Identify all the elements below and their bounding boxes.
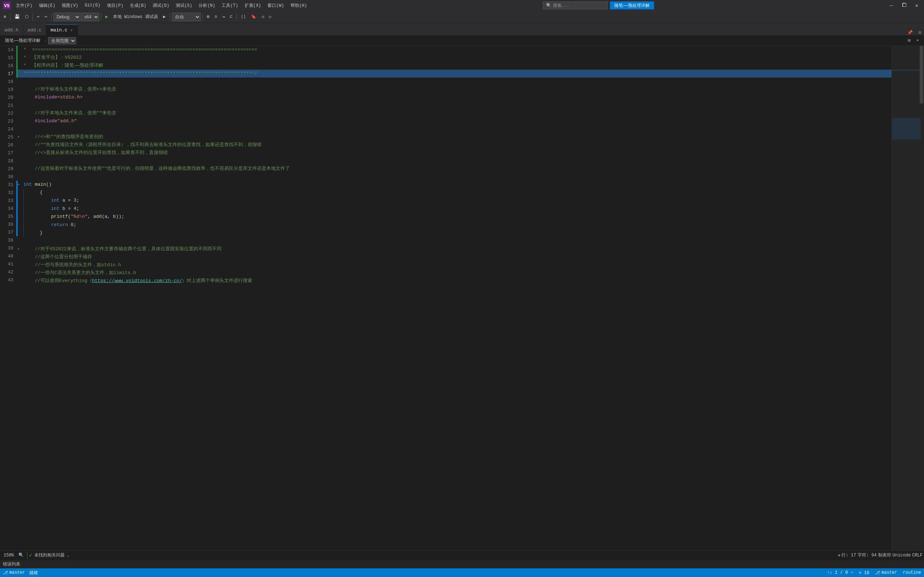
nav-left-icon[interactable]: ◄: [838, 553, 840, 558]
line-num-21: 21: [0, 102, 16, 109]
scope-select[interactable]: 全局范围: [48, 37, 76, 44]
menu-build[interactable]: 生成(B): [127, 2, 149, 10]
toolbar-extra-5[interactable]: ⟨⟩: [239, 13, 248, 20]
menu-help[interactable]: 帮助(H): [288, 2, 310, 10]
start-debug-button[interactable]: ▶: [103, 13, 110, 20]
expand-button[interactable]: +: [914, 37, 921, 44]
fold-space-30: [18, 173, 23, 181]
menu-git[interactable]: Git(G): [82, 2, 103, 9]
collapse-all-button[interactable]: ⊟: [906, 37, 913, 44]
new-file-button[interactable]: ⊕: [2, 13, 8, 20]
zoom-level[interactable]: 150%: [2, 552, 16, 559]
menu-debug[interactable]: 调试(D): [150, 2, 172, 10]
code-line-40: //这两个位置分别用于储存: [18, 253, 892, 261]
fold-space-23: [18, 117, 23, 125]
code-line-25: ▸ //<>和""的查找顺序是有差别的: [18, 133, 892, 141]
fold-space-15: [18, 54, 23, 62]
fold-space-34: [18, 205, 23, 213]
save-button[interactable]: 💾: [12, 13, 22, 20]
title-bar-right: — ⧠ ✕: [887, 2, 921, 10]
toolbar-extra-3[interactable]: ⇥: [220, 13, 227, 20]
tab-main-c[interactable]: main.c ✕: [46, 24, 78, 35]
line-num-36: 36: [0, 220, 16, 228]
fold-space-26: [18, 141, 23, 149]
code-area[interactable]: 14 15 16 17 18 19 20 21 22 23 24 25 26 2…: [0, 46, 924, 550]
menu-view[interactable]: 视图(V): [59, 2, 81, 10]
fold-icon-31[interactable]: ▸: [18, 181, 23, 189]
minimap: [892, 46, 924, 550]
search-box[interactable]: 🔍 搜索...: [543, 2, 608, 10]
code-text-31: int main(): [23, 181, 52, 189]
toolbar-extra-2[interactable]: ≡: [212, 14, 219, 20]
close-button[interactable]: ✕: [913, 2, 921, 10]
fold-space-38: [18, 237, 23, 245]
pin-tab-button[interactable]: 📌: [905, 30, 916, 35]
line-num-32: 32: [0, 189, 16, 197]
editor-container: 14 15 16 17 18 19 20 21 22 23 24 25 26 2…: [0, 46, 924, 550]
tab-close-main-c[interactable]: ✕: [69, 27, 74, 33]
platform-select[interactable]: x64 x86: [81, 13, 99, 21]
menu-ext[interactable]: 扩展(X): [242, 2, 264, 10]
save-all-button[interactable]: ⬡: [23, 13, 31, 20]
toolbar-extra-4[interactable]: ⊏: [228, 13, 234, 20]
line-num-24: 24: [0, 125, 16, 133]
line-num-26: 26: [0, 141, 16, 149]
fold-space-27: [18, 149, 23, 157]
fold-space-19: [18, 85, 23, 93]
toolbar-extra-1[interactable]: ⊞: [205, 13, 212, 20]
code-text-17: ****************************************…: [23, 69, 257, 77]
debug-mode-select[interactable]: Debug Release: [53, 13, 81, 21]
line-num-38: 38: [0, 236, 16, 244]
menu-tools[interactable]: 工具(T): [219, 2, 241, 10]
scrollbar-thumb[interactable]: [920, 46, 923, 103]
toolbar-extra-6[interactable]: 🔖: [249, 13, 258, 20]
status-right-group: ◄ 行: 17 字符: 94 制表符 Unicode CRLF: [838, 552, 922, 558]
code-text-27: //<>直接从标准头文件的位置开始查找，如果查不到，直接报错: [23, 149, 168, 157]
line-info: ↑↓ 1 / 0 ~: [827, 570, 853, 575]
menu-project[interactable]: 项目(P): [104, 2, 126, 10]
minimize-button[interactable]: —: [887, 2, 895, 9]
redo-button[interactable]: ↪: [42, 13, 49, 20]
menu-analyze[interactable]: 分析(N): [195, 2, 218, 10]
window-title: 随笔——预处理详解: [610, 2, 654, 10]
line-num-19: 19: [0, 85, 16, 93]
line-num-15: 15: [0, 54, 16, 62]
bottom-status-bar: ⎇ master 就绪 ↑↓ 1 / 0 ~ ✎ 16 ⎇ master rou…: [0, 568, 924, 577]
breadcrumb-project[interactable]: 随笔——预处理详解: [3, 37, 43, 44]
code-line-31: ▸ int main(): [18, 181, 892, 189]
menu-window[interactable]: 窗口(W): [265, 2, 287, 10]
code-lines-wrapper[interactable]: * ======================================…: [18, 46, 892, 550]
mode-select[interactable]: 自动: [172, 13, 201, 21]
git-branch[interactable]: ⎇ master: [3, 570, 25, 575]
toolbar-extra-8[interactable]: ▷: [267, 13, 274, 20]
routine-item[interactable]: routine: [903, 570, 921, 575]
bottom-right-group: ↑↓ 1 / 0 ~ ✎ 16 ⎇ master routine: [827, 570, 921, 575]
split-editor-button[interactable]: ⊟: [916, 30, 924, 35]
branch-icon: ⎇: [875, 570, 880, 575]
menu-test[interactable]: 测试(S): [173, 2, 195, 10]
encoding-status: Unicode: [893, 553, 911, 558]
code-text-42: //一些与C语法关系更大的头文件，如limits.h: [23, 269, 136, 277]
fold-space-24: [18, 125, 23, 133]
line-num-34: 34: [0, 205, 16, 213]
run-btn2[interactable]: ▶: [161, 13, 168, 20]
code-text-34: int b = 4;: [23, 205, 79, 213]
tab-add-h[interactable]: add.h: [0, 24, 23, 35]
toolbar-extra-7[interactable]: ◁: [259, 13, 266, 20]
problems-chevron[interactable]: ⌄: [67, 553, 69, 558]
master-branch[interactable]: ⎇ master: [875, 570, 897, 575]
problems-bar: 150% 🔍 ✓ 未找到相关问题 ⌄ ◄ 行: 17 字符: 94 制表符 Un…: [0, 550, 924, 560]
undo-button[interactable]: ↩: [35, 13, 42, 20]
fold-icon-39[interactable]: ▸: [18, 245, 23, 253]
run-label[interactable]: 本地 Windows 调试器: [111, 13, 160, 21]
maximize-button[interactable]: ⧠: [899, 2, 909, 9]
menu-file[interactable]: 文件(F): [13, 2, 36, 10]
code-editor[interactable]: 14 15 16 17 18 19 20 21 22 23 24 25 26 2…: [0, 46, 924, 550]
menu-edit[interactable]: 编辑(E): [36, 2, 58, 10]
fold-icon-25[interactable]: ▸: [18, 133, 23, 141]
zoom-icon: 🔍: [18, 553, 24, 558]
search-label: 搜索...: [553, 3, 570, 9]
toolbar-separator-1: [10, 13, 10, 21]
line-num-31: 31: [0, 181, 16, 189]
tab-add-c[interactable]: add.c: [23, 24, 46, 35]
